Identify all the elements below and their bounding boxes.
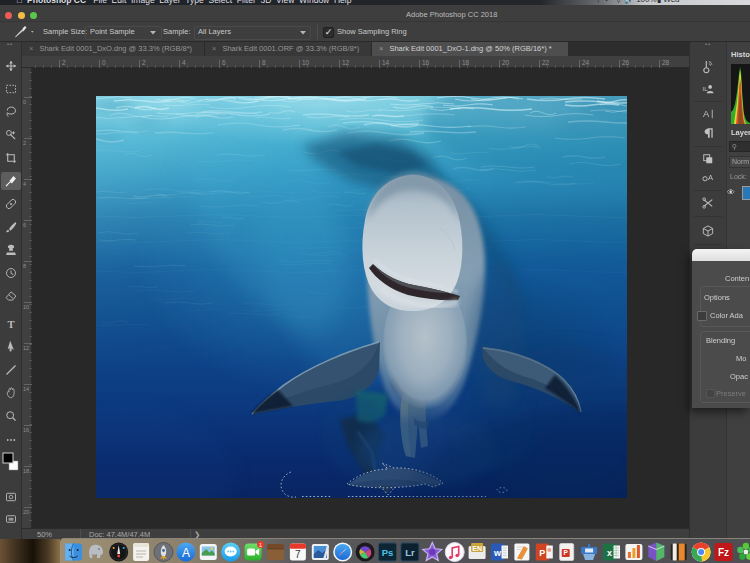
svg-text:Lr: Lr <box>405 547 415 558</box>
svg-text:EN: EN <box>472 545 482 552</box>
svg-text:IL: IL <box>702 86 708 92</box>
svg-text:16: 16 <box>23 427 29 433</box>
svg-text:24: 24 <box>582 59 590 66</box>
svg-text:A: A <box>182 546 190 560</box>
svg-text:T: T <box>7 319 14 330</box>
svg-text:4: 4 <box>182 59 186 66</box>
svg-text:10: 10 <box>302 59 310 66</box>
svg-text:Fz: Fz <box>718 547 729 558</box>
svg-text:A: A <box>708 173 714 182</box>
svg-text:16: 16 <box>422 59 430 66</box>
svg-text:14: 14 <box>23 386 29 392</box>
svg-text:22: 22 <box>542 59 550 66</box>
svg-text:7: 7 <box>295 549 301 560</box>
svg-text:Ps: Ps <box>382 547 394 558</box>
svg-text:0: 0 <box>23 99 26 105</box>
svg-text:x: x <box>607 548 612 558</box>
svg-text:20: 20 <box>23 509 29 515</box>
svg-text:10: 10 <box>23 304 29 310</box>
svg-text:A: A <box>703 109 710 119</box>
svg-text:8: 8 <box>262 59 266 66</box>
svg-text:26: 26 <box>622 59 630 66</box>
svg-text:6: 6 <box>23 222 26 228</box>
svg-text:1: 1 <box>259 542 262 548</box>
svg-text:18: 18 <box>462 59 470 66</box>
svg-text:20: 20 <box>502 59 510 66</box>
svg-text:12: 12 <box>342 59 350 66</box>
svg-text:14: 14 <box>382 59 390 66</box>
svg-text:8: 8 <box>23 263 26 269</box>
svg-text:12: 12 <box>23 345 29 351</box>
svg-text:28: 28 <box>662 59 670 66</box>
svg-text:P: P <box>539 548 545 558</box>
svg-text:2: 2 <box>23 140 26 146</box>
svg-text:w: w <box>493 548 502 558</box>
svg-text:2: 2 <box>142 59 146 66</box>
svg-text:4: 4 <box>23 181 26 187</box>
svg-text:6: 6 <box>222 59 226 66</box>
svg-text:P: P <box>564 549 569 556</box>
svg-text:0: 0 <box>102 59 106 66</box>
svg-text:2: 2 <box>62 59 66 66</box>
svg-text:18: 18 <box>23 468 29 474</box>
